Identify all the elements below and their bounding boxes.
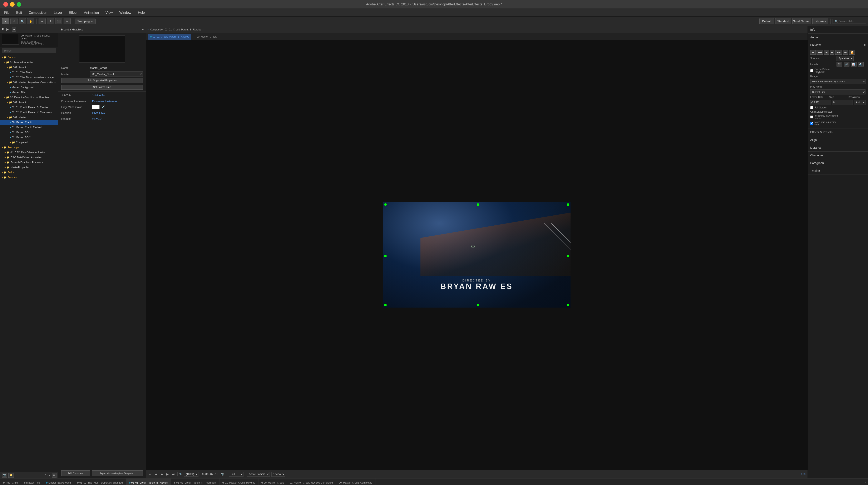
tree-title-changed[interactable]: ▪ 01_02_Title_Main_properties_changed (0, 75, 58, 80)
rp-paragraph-header[interactable]: Paragraph (808, 159, 868, 167)
menu-edit[interactable]: Edit (15, 10, 23, 15)
rp-play[interactable]: ▶ (830, 50, 834, 55)
tl-tab-00-master[interactable]: 00_Master_Credit (258, 479, 287, 485)
tree-item-comps[interactable]: ▾ 📁 Title_MAIN Comps (0, 55, 58, 60)
ctrl-play[interactable]: ▶ (160, 472, 164, 476)
tree-eg-precomps[interactable]: ▸ 📁 EssentialGraphics_Precomps (0, 160, 58, 165)
tree-02-master-bg2[interactable]: ▪ 02_Master_BG 2 (0, 135, 58, 140)
menu-view[interactable]: View (104, 10, 114, 15)
ctrl-next-frame[interactable]: ⏭ (171, 472, 176, 476)
search-input[interactable] (833, 19, 866, 24)
tree-02-master-bg1[interactable]: ▪ 02_Master_BG 1 (0, 130, 58, 135)
workspace-smallscreen[interactable]: Small Screen (792, 18, 811, 24)
rp-range-dropdown[interactable]: Work Area Extended By Current T... (810, 79, 866, 84)
tool-text[interactable]: T (47, 18, 54, 24)
project-search[interactable] (2, 48, 56, 53)
menu-animation[interactable]: Animation (83, 10, 100, 15)
tree-002Master2[interactable]: ▾ 📁 002_Master (0, 115, 58, 120)
rp-step-back-1[interactable]: ◀ (824, 50, 829, 55)
tree-title-main[interactable]: ▪ 01_01_Title_MAIN (0, 70, 58, 75)
rp-libraries-header[interactable]: Libraries (808, 144, 868, 151)
ctrl-prev[interactable]: ◀ (154, 472, 158, 476)
rp-character-header[interactable]: Character (808, 152, 868, 159)
tool-pen[interactable]: ✏ (38, 18, 45, 24)
tl-tab-01-master[interactable]: 01_Master_Credit_Revised (219, 479, 258, 485)
tree-csv2[interactable]: ▸ 📁 CSV_DataDriven_Animation (0, 155, 58, 160)
rp-resolution-dropdown[interactable]: Auto Full Half (854, 100, 866, 105)
tl-tab-master-title[interactable]: Master_Title (21, 479, 43, 485)
menu-composition[interactable]: Composition (27, 10, 49, 15)
tl-tab-credit-b-rawles[interactable]: 02_01_Credit_Parent_B_Rawles (126, 479, 171, 485)
eg-name-value[interactable]: Master_Credit (90, 66, 107, 69)
rp-playfrom-dropdown[interactable]: Current Time (810, 89, 866, 94)
maximize-button[interactable] (17, 2, 21, 7)
rp-loop[interactable]: 🔁 (849, 50, 855, 55)
rp-shortcut-dropdown[interactable]: Spacebar (837, 56, 854, 61)
tree-precomps[interactable]: ▾ 📁 Precomps (0, 145, 58, 150)
rp-effects-header[interactable]: Effects & Presets (808, 128, 868, 136)
ctrl-view-dropdown[interactable]: Active Camera (247, 472, 270, 477)
eg-eyedropper-icon[interactable]: 💉 (101, 105, 105, 109)
menu-effect[interactable]: Effect (67, 10, 79, 15)
minimize-button[interactable] (10, 2, 14, 7)
rp-skip-input[interactable] (832, 100, 853, 105)
ctrl-channels-dropdown[interactable]: 1 View (271, 472, 285, 477)
rp-step-fwd[interactable]: ▶▶ (835, 50, 842, 55)
tree-01MasterProperties[interactable]: ▾ 📁 01_MasterProperties (0, 60, 58, 65)
workspace-standard[interactable]: Standard (775, 18, 791, 24)
rp-cache-checkbox[interactable] (810, 69, 813, 72)
eg-solo-btn[interactable]: Solo Supported Properties (61, 78, 143, 83)
tl-tab-title-main[interactable]: Title_MAIN (0, 479, 21, 485)
rp-audio-btn[interactable]: 🔊 (844, 62, 849, 66)
tool-shape[interactable]: ⬛ (55, 18, 62, 24)
tool-select[interactable]: ▼ (2, 18, 9, 24)
workspace-libraries[interactable]: Libraries (812, 18, 828, 24)
menu-layer[interactable]: Layer (53, 10, 63, 15)
ctrl-next[interactable]: ▶ (165, 472, 169, 476)
tl-tab-overflow[interactable]: » (863, 481, 868, 484)
tree-001Parent2[interactable]: ▾ 📁 001_Parent (0, 100, 58, 105)
eg-add-comment-btn[interactable]: Add Comment (61, 471, 90, 476)
tree-002Master[interactable]: ▾ 📁 002_Master_Properties_Compositions (0, 80, 58, 85)
rp-fullscreen-checkbox[interactable] (810, 106, 813, 109)
rp-video-btn[interactable]: 🎬 (837, 62, 842, 66)
breadcrumb-child[interactable]: 00_Master_Credit (194, 34, 219, 40)
rp-framerate-input[interactable] (810, 100, 831, 105)
rp-caching-checkbox[interactable] (810, 116, 813, 118)
tl-tab-master-bg[interactable]: Master_Background (43, 479, 74, 485)
tree-master-title[interactable]: ▪ Master_Title (0, 90, 58, 95)
rp-goto-first[interactable]: ⏮ (810, 50, 816, 55)
eg-master-dropdown[interactable]: 00_Master_Credit (90, 71, 143, 77)
new-composition-btn[interactable]: 📷 (2, 473, 7, 478)
tree-01-master-revised[interactable]: ▪ 01_Master_Credit_Revised (0, 125, 58, 130)
project-menu-btn[interactable]: ≡ (12, 27, 16, 32)
ctrl-camera-icon[interactable]: 📷 (220, 472, 225, 476)
eg-rotation-value[interactable]: 0 x +0.0° (92, 117, 102, 120)
snapping-toggle[interactable]: Snapping ▼ (75, 19, 96, 24)
tl-tab-title-changed[interactable]: 01_02_Title_Main_properties_changed (74, 479, 126, 485)
tl-tab-credit-k-thiermann[interactable]: 02_02_Credit_Parent_K_Thiermann (171, 479, 219, 485)
menu-file[interactable]: File (3, 10, 11, 15)
tree-completed[interactable]: ▸ 📁 Completed (0, 140, 58, 145)
eg-position-value[interactable]: 9600, 540.0 (92, 111, 105, 114)
new-folder-btn[interactable]: 📁 (8, 473, 14, 478)
tree-master-bg[interactable]: ▪ Master_Background (0, 85, 58, 90)
tool-arrow[interactable]: ↗ (10, 18, 18, 24)
tool-zoom[interactable]: 🔍 (19, 18, 26, 24)
tree-04-csv[interactable]: ▸ 📁 04_CSV_DataDriven_Animation (0, 150, 58, 155)
rp-info-header[interactable]: Info (808, 26, 868, 33)
tree-02EssentialGraphics[interactable]: ▾ 📁 02_EssentialGraphics_to_Premiere (0, 95, 58, 100)
menu-window[interactable]: Window (118, 10, 132, 15)
tree-00-master-credit[interactable]: ▪ 00_Master_Credit (0, 120, 58, 125)
delete-btn[interactable]: 🗑 (52, 473, 57, 478)
rp-overlay-btn[interactable]: 📊 (851, 62, 857, 66)
tool-move[interactable]: ✋ (27, 18, 34, 24)
eg-menu-btn[interactable]: ≡ (142, 28, 144, 31)
tl-tab-master-completed[interactable]: 01_Master_Credit_Revised Completed (287, 479, 336, 485)
tl-tab-00-completed[interactable]: 00_Master_Credit_Completed (336, 479, 375, 485)
rp-movetime-checkbox[interactable] (810, 122, 813, 125)
tree-solids[interactable]: ▸ 📁 Solids (0, 170, 58, 175)
rp-flow-btn[interactable]: 🌊 (858, 62, 864, 66)
rp-preview-header[interactable]: Preview ≡ (808, 41, 868, 49)
ctrl-quality-dropdown[interactable]: Full Half Quarter (229, 472, 244, 477)
